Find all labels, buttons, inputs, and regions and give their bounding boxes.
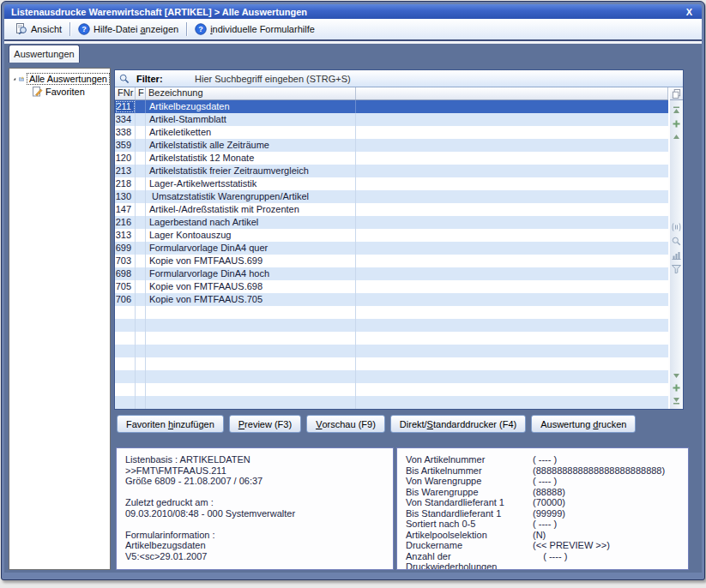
cell-bezeichnung[interactable]: Artikelstatistik 12 Monate: [146, 152, 356, 165]
cell-f[interactable]: [136, 139, 146, 152]
filter-funnel-icon[interactable]: [672, 265, 681, 273]
cell-fnr[interactable]: 147: [115, 203, 136, 216]
cell-empty[interactable]: [356, 242, 668, 255]
step-down-icon[interactable]: [673, 384, 680, 392]
table-row[interactable]: 698 Formularvorlage DinA4 hoch: [115, 267, 668, 280]
cell-empty[interactable]: [356, 203, 668, 216]
cell-f[interactable]: [136, 126, 146, 139]
ansicht-button[interactable]: Ansicht: [9, 21, 68, 37]
cell-fnr[interactable]: 120: [115, 152, 136, 165]
cell-empty[interactable]: [356, 190, 668, 203]
cell-bezeichnung[interactable]: Artikelstatistik freier Zeitraumvergleic…: [146, 165, 356, 177]
cell-bezeichnung[interactable]: Artikel-Stammblatt: [146, 113, 356, 126]
cell-bezeichnung[interactable]: Formularvorlage DinA4 hoch: [146, 267, 356, 280]
tree-expander-icon[interactable]: [13, 75, 16, 82]
search-icon[interactable]: [672, 237, 681, 246]
cell-fnr[interactable]: 359: [115, 139, 136, 152]
cell-f[interactable]: [136, 267, 146, 280]
cell-f[interactable]: [136, 229, 146, 242]
cell-fnr[interactable]: 211: [115, 100, 136, 113]
cell-f[interactable]: [136, 293, 146, 306]
action-button[interactable]: Direkt/Standarddrucker (F4): [390, 415, 526, 433]
cell-f[interactable]: [136, 113, 146, 126]
cell-empty[interactable]: [356, 267, 668, 280]
cell-bezeichnung[interactable]: Lager-Artikelwertsstatistik: [146, 177, 356, 190]
cell-f[interactable]: [136, 165, 146, 177]
column-header-fnr[interactable]: FNr: [115, 87, 136, 99]
column-header-f[interactable]: F: [136, 87, 146, 99]
cell-empty[interactable]: [356, 126, 668, 139]
cell-fnr[interactable]: 213: [115, 165, 136, 177]
cell-fnr[interactable]: 313: [115, 229, 136, 242]
table-row[interactable]: 313 Lager Kontoauszug: [115, 229, 668, 242]
table-row[interactable]: 120 Artikelstatistik 12 Monate: [115, 152, 668, 165]
table-row[interactable]: 703 Kopie von FMTFAAUS.699: [115, 255, 668, 267]
tree-item-favoriten[interactable]: Favoriten: [32, 87, 110, 97]
table-row[interactable]: 338 Artikeletiketten: [115, 126, 668, 139]
table-row[interactable]: 334 Artikel-Stammblatt: [115, 113, 668, 126]
cell-f[interactable]: [136, 280, 146, 293]
cell-bezeichnung[interactable]: Artikelbezugsdaten: [146, 100, 356, 113]
cell-bezeichnung[interactable]: Lagerbestand nach Artikel: [146, 216, 356, 229]
cell-fnr[interactable]: 216: [115, 216, 136, 229]
cell-f[interactable]: [136, 152, 146, 165]
cell-empty[interactable]: [356, 216, 668, 229]
cell-empty[interactable]: [356, 152, 668, 165]
table-scrollbar[interactable]: [668, 87, 683, 409]
cell-f[interactable]: [136, 255, 146, 267]
action-button[interactable]: Vorschau (F9): [306, 415, 385, 433]
cell-empty[interactable]: [356, 165, 668, 177]
scroll-down-icon[interactable]: [673, 373, 680, 379]
close-button[interactable]: X: [684, 7, 695, 17]
cell-bezeichnung[interactable]: Artikelstatistik alle Zeiträume: [146, 139, 356, 152]
cell-f[interactable]: [136, 177, 146, 190]
hilfe-datei-button[interactable]: ? Hilfe-Datei anzeigen: [72, 21, 184, 37]
cell-empty[interactable]: [356, 177, 668, 190]
cell-bezeichnung[interactable]: Formularvorlage DinA4 quer: [146, 242, 356, 255]
table-row[interactable]: 147 Artikel-/Adreßstatistik mit Prozente…: [115, 203, 668, 216]
cell-f[interactable]: [136, 216, 146, 229]
scroll-bottom-icon[interactable]: [673, 397, 680, 405]
scrollbar-header[interactable]: [670, 87, 683, 100]
tab-auswertungen[interactable]: Auswertungen: [9, 45, 80, 63]
table-row[interactable]: 706 Kopie von FMTFAAUS.705: [115, 293, 668, 306]
cell-f[interactable]: [136, 100, 146, 113]
cell-bezeichnung[interactable]: Lager Kontoauszug: [146, 229, 356, 242]
cell-bezeichnung[interactable]: Kopie von FMTFAAUS.705: [146, 293, 356, 306]
cell-empty[interactable]: [356, 255, 668, 267]
cell-empty[interactable]: [356, 100, 668, 113]
cell-bezeichnung[interactable]: Umsatzstatistik Warengruppen/Artikel: [146, 190, 356, 203]
cell-bezeichnung[interactable]: Kopie von FMTFAAUS.698: [146, 280, 356, 293]
cell-empty[interactable]: [356, 280, 668, 293]
filter-input[interactable]: [193, 73, 683, 85]
column-header-bezeichnung[interactable]: Bezeichnung: [146, 87, 356, 99]
cell-bezeichnung[interactable]: Kopie von FMTFAAUS.699: [146, 255, 356, 267]
table-header[interactable]: FNr F Bezeichnung: [115, 87, 668, 100]
table-row[interactable]: 218 Lager-Artikelwertsstatistik: [115, 177, 668, 190]
action-button[interactable]: Preview (F3): [229, 415, 301, 433]
action-button[interactable]: Favoriten hinzufügen: [117, 415, 224, 433]
cell-fnr[interactable]: 338: [115, 126, 136, 139]
column-header-empty[interactable]: [356, 87, 668, 99]
cell-f[interactable]: [136, 190, 146, 203]
cell-empty[interactable]: [356, 229, 668, 242]
cell-bezeichnung[interactable]: Artikeletiketten: [146, 126, 356, 139]
formularhilfe-button[interactable]: ? individuelle Formularhilfe: [189, 21, 321, 37]
cell-fnr[interactable]: 706: [115, 293, 136, 306]
cell-empty[interactable]: [356, 293, 668, 306]
cell-empty[interactable]: [356, 139, 668, 152]
table-row[interactable]: 216 Lagerbestand nach Artikel: [115, 216, 668, 229]
cell-empty[interactable]: [356, 113, 668, 126]
cell-f[interactable]: [136, 242, 146, 255]
cell-fnr[interactable]: 334: [115, 113, 136, 126]
cell-fnr[interactable]: 703: [115, 255, 136, 267]
table-row[interactable]: 699 Formularvorlage DinA4 quer: [115, 242, 668, 255]
cell-bezeichnung[interactable]: Artikel-/Adreßstatistik mit Prozenten: [146, 203, 356, 216]
title-bar[interactable]: Listenausdrucke Warenwirtschaft [ARTIKEL…: [4, 4, 702, 19]
cell-fnr[interactable]: 218: [115, 177, 136, 190]
scroll-up-icon[interactable]: [673, 134, 680, 140]
column-select-icon[interactable]: [672, 223, 681, 231]
copy-pages-icon[interactable]: [672, 89, 681, 99]
scroll-top-icon[interactable]: [673, 106, 680, 114]
table-row[interactable]: 359 Artikelstatistik alle Zeiträume: [115, 139, 668, 152]
